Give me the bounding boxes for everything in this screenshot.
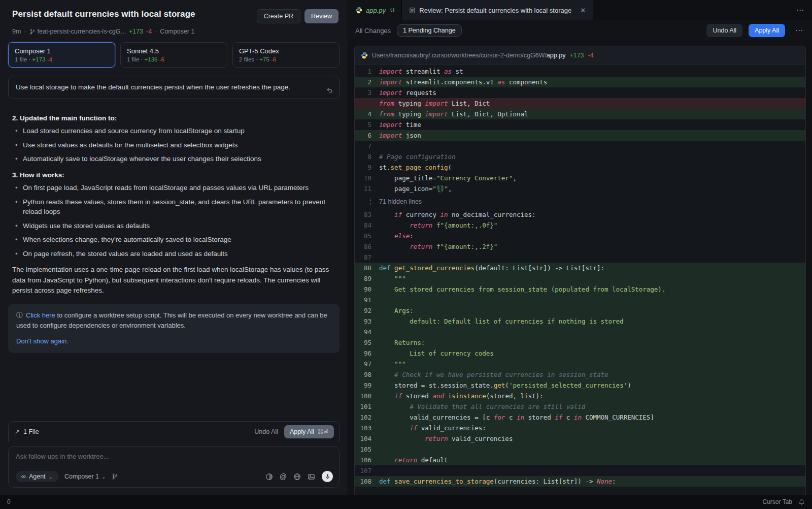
code-line[interactable]: 1import streamlit as st	[355, 66, 805, 77]
file-path-header[interactable]: Users/francoisaubry/.cursor/worktrees/cu…	[355, 46, 805, 65]
code-line[interactable]: 11 page_icon="💱",	[355, 183, 805, 194]
line-number: 2	[355, 77, 379, 87]
code-line[interactable]: 91	[355, 295, 805, 305]
apply-all-button[interactable]: Apply All ⌘⏎	[284, 425, 334, 438]
line-number: 96	[355, 348, 379, 359]
tab-app-py[interactable]: app.py U	[348, 0, 402, 20]
diagonal-arrow-icon: ↗	[15, 428, 20, 435]
worktree-setup-notice: ⓘClick here to configure a worktree setu…	[8, 304, 340, 353]
code-line[interactable]: 105	[355, 444, 805, 455]
code-line[interactable]: 83 if currency in no_decimal_currencies:	[355, 209, 805, 220]
git-branch-icon[interactable]	[112, 473, 118, 480]
expand-hidden-lines-icons[interactable]: ↓↑	[355, 197, 379, 206]
dont-show-again-link[interactable]: Don't show again.	[16, 336, 69, 346]
line-content: st.set_page_config(	[379, 162, 805, 173]
review-button[interactable]: Review	[304, 9, 339, 23]
pending-change-filter[interactable]: 1 Pending Change	[397, 24, 462, 37]
more-actions-icon[interactable]: ⋯	[791, 26, 805, 35]
session-meta: 9m · feat-persist-currencies-ls-cgG... +…	[0, 23, 348, 36]
code-line[interactable]: 3import requests	[355, 87, 805, 98]
list-item: Load stored currencies and source curren…	[12, 126, 335, 136]
code-line[interactable]: 86 return f"{amount:,.2f}"	[355, 241, 805, 252]
user-prompt-text: Use local storage to make the default cu…	[16, 82, 319, 92]
line-content: return f"{amount:,.0f}"	[379, 220, 805, 231]
code-line[interactable]: 104 return valid_currencies	[355, 433, 805, 444]
assistant-answer: 2. Updated the main function to: Load st…	[0, 102, 348, 296]
model-card-gpt-5-codex[interactable]: GPT-5 Codex 2 files · +75 -6	[232, 42, 340, 68]
code-line[interactable]: 92 Args:	[355, 305, 805, 316]
line-content: valid_currencies = [c for c in stored if…	[379, 412, 805, 423]
meta-separator: ·	[155, 28, 157, 35]
model-card-composer-1[interactable]: Composer 1 1 file · +173 -4	[8, 42, 115, 68]
hidden-lines-divider[interactable]: ↓↑71 hidden lines	[355, 194, 805, 209]
page-title: Persist default currencies with local st…	[12, 9, 195, 19]
code-line[interactable]: 95 Returns:	[355, 337, 805, 348]
code-line[interactable]: 4from typing import List, Dict, Optional	[355, 109, 805, 119]
code-line[interactable]: 101 # Validate that all currencies are s…	[355, 401, 805, 412]
line-number: 87	[355, 252, 379, 263]
list-item: On page refresh, the stored values are l…	[12, 249, 335, 259]
cursor-tab-label[interactable]: Cursor Tab	[763, 498, 792, 505]
code-line[interactable]: 96 List of currency codes	[355, 348, 805, 359]
followup-composer[interactable]: ∞ Agent ⌄ Composer 1 ⌄	[8, 446, 340, 488]
code-line[interactable]: 93 default: Default list of currencies i…	[355, 316, 805, 327]
model-card-sonnet-4-5[interactable]: Sonnet 4.5 1 file · +136 -6	[120, 42, 227, 68]
all-changes-button[interactable]: All Changes	[355, 27, 391, 35]
close-icon[interactable]: ✕	[580, 7, 586, 14]
restore-checkpoint-icon[interactable]	[326, 86, 333, 93]
line-number: 89	[355, 273, 379, 284]
code-line[interactable]: 2import streamlit.components.v1 as compo…	[355, 77, 805, 87]
create-pr-button[interactable]: Create PR	[257, 9, 300, 23]
code-line[interactable]: 84 return f"{amount:,.0f}"	[355, 220, 805, 231]
apply-all-button[interactable]: Apply All	[749, 24, 785, 37]
mention-icon[interactable]: @	[280, 472, 287, 481]
code-line[interactable]: 90 Get stored currencies from session_st…	[355, 284, 805, 295]
undo-all-button[interactable]: Undo All	[254, 428, 278, 435]
status-left[interactable]: 0	[7, 498, 11, 505]
git-branch-icon	[29, 28, 36, 35]
code-line[interactable]: 97 """	[355, 359, 805, 369]
code-line[interactable]: 8# Page configuration	[355, 151, 805, 162]
code-line[interactable]: 107	[355, 465, 805, 476]
code-line[interactable]: 100 if stored and isinstance(stored, lis…	[355, 391, 805, 401]
bell-icon[interactable]	[798, 499, 805, 505]
code-line[interactable]: 87	[355, 252, 805, 263]
code-line[interactable]: 106 return default	[355, 455, 805, 465]
code-line[interactable]: 103 if valid_currencies:	[355, 423, 805, 433]
undo-all-button[interactable]: Undo All	[706, 24, 742, 37]
model-select[interactable]: Composer 1 ⌄	[64, 473, 106, 480]
code-line[interactable]: 94	[355, 327, 805, 337]
code-line[interactable]: 85 else:	[355, 231, 805, 241]
code-line[interactable]: 102 valid_currencies = [c for c in store…	[355, 412, 805, 423]
code-line[interactable]: 89 """	[355, 273, 805, 284]
line-number: 91	[355, 295, 379, 305]
line-content	[379, 327, 805, 337]
tab-review[interactable]: Review: Persist default currencies with …	[402, 0, 593, 20]
branch-name[interactable]: feat-persist-currencies-ls-cgG...	[29, 28, 126, 35]
context-usage-icon[interactable]	[265, 473, 273, 481]
globe-icon[interactable]	[293, 473, 301, 481]
answer-heading: 3. How it works:	[12, 171, 335, 179]
more-actions-icon[interactable]: ⋯	[788, 0, 812, 20]
code-line[interactable]: 99 stored = st.session_state.get('persis…	[355, 380, 805, 391]
code-line[interactable]: 7	[355, 141, 805, 151]
code-line[interactable]: 88def get_stored_currencies(default: Lis…	[355, 263, 805, 273]
microphone-icon[interactable]	[322, 471, 333, 482]
line-number: 94	[355, 327, 379, 337]
code-line[interactable]: from typing import List, Dict	[355, 98, 805, 109]
line-content: Returns:	[379, 337, 805, 348]
code-line[interactable]: 10 page_title="Currency Converter",	[355, 173, 805, 183]
composer-label: Composer 1	[160, 28, 194, 35]
agent-mode-select[interactable]: ∞ Agent ⌄	[16, 471, 58, 482]
user-prompt[interactable]: Use local storage to make the default cu…	[8, 76, 340, 99]
click-here-link[interactable]: Click here	[26, 311, 55, 319]
image-attach-icon[interactable]	[308, 473, 315, 481]
followup-input[interactable]	[16, 453, 333, 460]
code-line[interactable]: 6import json	[355, 130, 805, 141]
code-line[interactable]: 9st.set_page_config(	[355, 162, 805, 173]
line-content	[379, 141, 805, 151]
code-line[interactable]: 98 # Check if we have persisted currenci…	[355, 369, 805, 380]
files-changed-button[interactable]: ↗ 1 File	[15, 428, 39, 435]
code-line[interactable]: 5import time	[355, 119, 805, 130]
code-line[interactable]: 108def save_currencies_to_storage(curren…	[355, 476, 805, 487]
